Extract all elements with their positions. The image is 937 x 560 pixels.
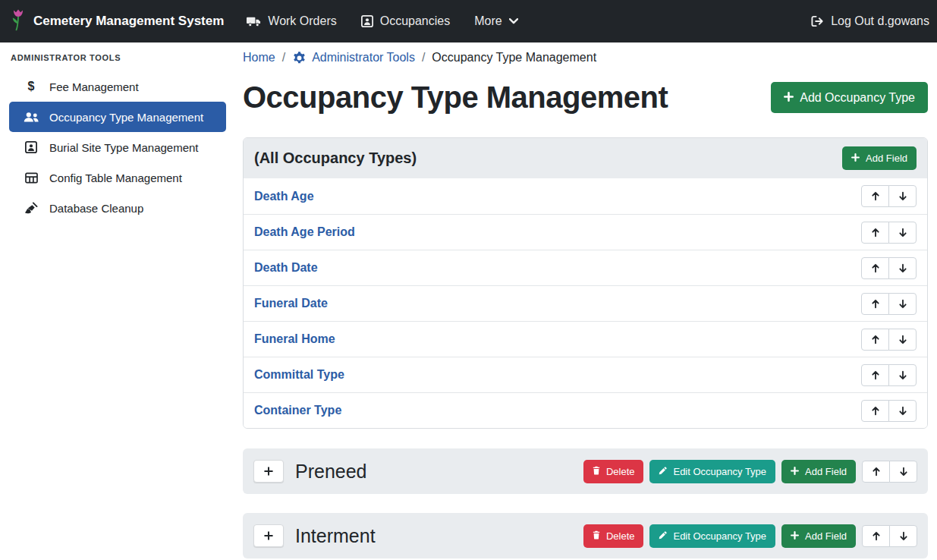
button-label: Add Field (805, 530, 847, 542)
field-row: Death Age (244, 178, 927, 214)
move-down-button[interactable] (888, 185, 917, 207)
breadcrumb: Home / Administrator Tools / Occupancy T… (243, 49, 928, 67)
table-icon (23, 172, 39, 184)
trash-icon (593, 466, 600, 477)
breadcrumb-separator: / (282, 51, 285, 64)
section-actions: Delete Edit Occupancy Type Add Field (583, 460, 917, 483)
move-down-button[interactable] (888, 222, 917, 244)
breadcrumb-admin-tools-link[interactable]: Administrator Tools (292, 51, 415, 65)
delete-button[interactable]: Delete (583, 460, 644, 483)
add-field-button[interactable]: Add Field (842, 146, 917, 170)
reorder-buttons (861, 257, 917, 279)
users-icon (23, 112, 39, 123)
person-frame-icon (23, 141, 39, 153)
delete-button[interactable]: Delete (583, 524, 644, 548)
expand-section-button[interactable] (253, 524, 284, 547)
card-title: (All Occupancy Types) (254, 149, 417, 167)
field-link[interactable]: Container Type (254, 404, 341, 417)
field-link[interactable]: Death Age Period (254, 225, 355, 239)
edit-occupancy-type-button[interactable]: Edit Occupancy Type (649, 460, 775, 483)
nav-label: Occupancies (380, 14, 451, 28)
plus-icon (791, 530, 799, 542)
move-up-button[interactable] (861, 257, 889, 279)
move-up-button[interactable] (861, 222, 889, 244)
chevron-down-icon (509, 18, 518, 24)
field-row: Funeral Date (244, 285, 927, 321)
sidebar-item-label: Database Cleanup (49, 202, 143, 215)
reorder-buttons (861, 185, 917, 207)
move-down-button[interactable] (888, 364, 917, 386)
plus-icon (791, 466, 799, 477)
top-navbar: Cemetery Management System Work Orders (0, 0, 937, 42)
breadcrumb-separator: / (422, 51, 425, 64)
field-link[interactable]: Funeral Date (254, 297, 328, 310)
sidebar-item-config-table-management[interactable]: Config Table Management (9, 162, 226, 193)
sidebar-item-occupancy-type-management[interactable]: Occupancy Type Management (9, 102, 226, 132)
occupancy-type-section-interment: Interment Delete Edit Occupancy Type Add… (243, 513, 928, 558)
add-field-button[interactable]: Add Field (781, 524, 856, 548)
sidebar-item-database-cleanup[interactable]: Database Cleanup (9, 193, 226, 223)
main-content: Home / Administrator Tools / Occupancy T… (234, 42, 937, 560)
van-icon (247, 16, 261, 27)
plus-icon (784, 91, 794, 105)
brand[interactable]: Cemetery Management System (11, 8, 224, 35)
add-occupancy-type-button[interactable]: Add Occupancy Type (771, 82, 928, 113)
breadcrumb-home-link[interactable]: Home (243, 51, 275, 64)
reorder-buttons (862, 461, 917, 483)
button-label: Add Field (805, 466, 847, 477)
move-up-button[interactable] (862, 461, 890, 483)
flower-logo-icon (11, 8, 26, 35)
logout-link[interactable]: Log Out d.gowans (811, 14, 929, 28)
add-field-button[interactable]: Add Field (781, 460, 856, 483)
logout-icon (811, 15, 824, 27)
nav-occupancies[interactable]: Occupancies (361, 14, 451, 28)
move-down-button[interactable] (888, 293, 917, 315)
logout-label: Log Out d.gowans (831, 14, 929, 28)
section-title: Interment (295, 525, 376, 547)
expand-section-button[interactable] (253, 460, 284, 483)
sidebar-item-fee-management[interactable]: $ Fee Management (9, 71, 226, 102)
edit-occupancy-type-button[interactable]: Edit Occupancy Type (649, 524, 775, 548)
move-down-button[interactable] (889, 461, 917, 483)
pencil-icon (659, 466, 667, 477)
field-row: Death Age Period (244, 214, 927, 250)
occupancy-type-section-preneed: Preneed Delete Edit Occupancy Type Add F… (243, 448, 928, 494)
card-header: (All Occupancy Types) Add Field (244, 138, 927, 178)
sidebar-item-burial-site-type-management[interactable]: Burial Site Type Management (9, 132, 226, 162)
move-up-button[interactable] (861, 364, 889, 386)
move-down-button[interactable] (888, 329, 917, 351)
move-down-button[interactable] (888, 257, 917, 279)
sidebar-item-label: Burial Site Type Management (49, 141, 199, 154)
nav-label: Work Orders (268, 14, 336, 28)
move-down-button[interactable] (889, 525, 917, 547)
move-down-button[interactable] (888, 400, 917, 422)
sidebar-heading: ADMINISTRATOR TOOLS (9, 52, 226, 71)
all-occupancy-types-card: (All Occupancy Types) Add Field Death Ag… (243, 137, 928, 429)
breadcrumb-label: Administrator Tools (312, 51, 415, 64)
reorder-buttons (861, 293, 917, 315)
nav-more[interactable]: More (474, 14, 517, 28)
sidebar-item-label: Fee Management (49, 80, 139, 93)
field-row: Funeral Home (244, 321, 927, 357)
field-link[interactable]: Death Date (254, 261, 318, 275)
reorder-buttons (861, 400, 917, 422)
pencil-icon (659, 530, 667, 542)
field-link[interactable]: Death Age (254, 190, 314, 203)
reorder-buttons (861, 329, 917, 351)
button-label: Add Occupancy Type (800, 91, 915, 105)
breadcrumb-current: Occupancy Type Management (432, 51, 596, 64)
page-title: Occupancy Type Management (243, 80, 668, 115)
field-link[interactable]: Funeral Home (254, 332, 335, 346)
move-up-button[interactable] (861, 400, 889, 422)
reorder-buttons (861, 364, 917, 386)
field-row: Death Date (244, 250, 927, 285)
move-up-button[interactable] (861, 329, 889, 351)
nav-work-orders[interactable]: Work Orders (247, 14, 336, 28)
move-up-button[interactable] (861, 185, 889, 207)
trash-icon (593, 530, 600, 542)
button-label: Delete (606, 530, 635, 542)
field-link[interactable]: Committal Type (254, 368, 344, 382)
move-up-button[interactable] (862, 525, 890, 547)
sidebar-item-label: Config Table Management (49, 171, 182, 184)
move-up-button[interactable] (861, 293, 889, 315)
